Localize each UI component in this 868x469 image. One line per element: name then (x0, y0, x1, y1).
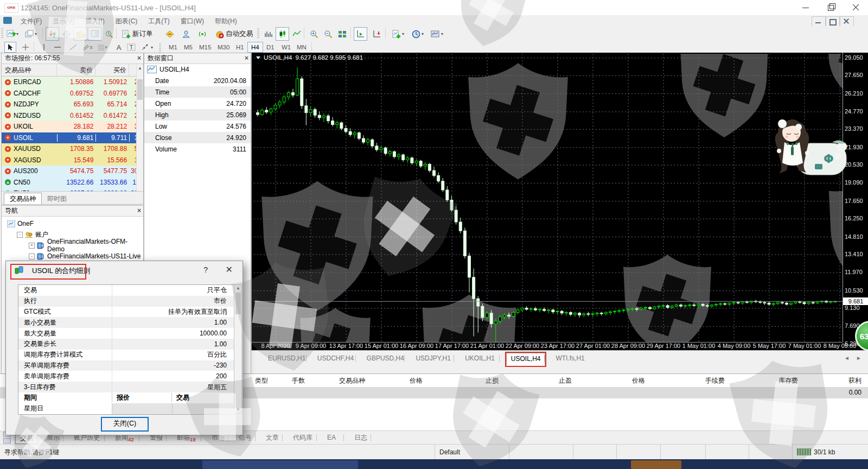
equidistant-channel-tool[interactable]: E (81, 42, 93, 53)
autotrading-label[interactable]: 自动交易 (226, 29, 253, 39)
chart-dropdown-icon[interactable] (256, 56, 260, 59)
candlestick-chart-button[interactable] (276, 27, 289, 41)
chart-tab-EURUSDH1[interactable]: EURUSD,H1 (264, 353, 310, 364)
crosshair-tool[interactable] (20, 42, 31, 53)
data-window-toggle[interactable] (60, 27, 73, 41)
market-watch-row[interactable]: ▼EURCAD1.508861.5091226 (2, 77, 143, 88)
tab-scroll-right-icon[interactable]: ► (856, 355, 861, 361)
collapse-icon[interactable]: - (17, 232, 23, 238)
text-label-tool[interactable]: T (125, 42, 138, 53)
terminal-header-1[interactable]: 手数 (292, 376, 305, 385)
chart-tab-USDJPYH1[interactable]: USDJPY,H1 (411, 353, 455, 364)
terminal-tab-代码库[interactable]: 代码库 (289, 432, 317, 443)
terminal-header-9[interactable]: 获利 (848, 376, 861, 385)
collapse-icon[interactable]: - (29, 253, 35, 259)
dropdown-arrow-icon[interactable]: ▾ (422, 31, 424, 36)
navigator-item[interactable]: +OneFinancialMarkets-OFM-Demo (5, 240, 143, 251)
column-header-2[interactable]: 买价 (95, 64, 129, 76)
auto-scroll-button[interactable] (354, 27, 367, 41)
column-header-1[interactable]: 卖价 (57, 64, 96, 76)
terminal-header-2[interactable]: 交易品种 (339, 376, 365, 385)
dialog-close-button[interactable]: 关闭(C) (101, 417, 149, 432)
terminal-header-7[interactable]: 手续费 (705, 376, 725, 385)
market-watch-scrollbar[interactable]: ▲ ▼ (136, 65, 143, 204)
terminal-header-5[interactable]: 止盈 (559, 376, 572, 385)
market-watch-row[interactable]: ▼NZDUSD0.614520.6147220 (2, 110, 143, 122)
terminal-header-4[interactable]: 止损 (486, 376, 499, 385)
metaeditor-button[interactable] (163, 27, 176, 41)
navigator-toggle[interactable] (74, 27, 87, 41)
period-button-M1[interactable]: M1 (165, 42, 181, 53)
dropdown-arrow-icon[interactable]: ▾ (16, 31, 18, 36)
close-icon[interactable]: × (245, 53, 248, 64)
chart-window[interactable]: USOIL,H4 9.627 9.682 9.595 9.681 29.0502… (251, 53, 868, 350)
strategy-tester-button[interactable] (102, 27, 116, 41)
autotrading-button[interactable] (213, 27, 226, 41)
terminal-toggle[interactable] (88, 27, 101, 41)
dialog-scrollbar[interactable]: ▲ ▼ (234, 284, 242, 414)
minimize-button[interactable] (793, 0, 818, 15)
terminal-header-8[interactable]: 库存费 (778, 376, 798, 385)
close-icon[interactable]: × (137, 53, 141, 64)
templates-button[interactable] (429, 27, 442, 41)
indicators-button[interactable] (390, 27, 403, 41)
period-button-M5[interactable]: M5 (180, 42, 196, 53)
market-watch-toggle[interactable] (46, 27, 59, 41)
period-button-M30[interactable]: M30 (214, 42, 233, 53)
column-header-0[interactable]: 交易品种 (2, 64, 57, 76)
dropdown-arrow-icon[interactable]: ▾ (441, 31, 443, 36)
close-button[interactable] (843, 0, 868, 15)
chart-tab-USDCHFH4[interactable]: USDCHF,H4 (313, 353, 358, 364)
navigator-item[interactable]: -OneFinancialMarkets-US11-Live (5, 251, 143, 262)
fibonacci-tool[interactable]: F (95, 42, 110, 53)
close-icon[interactable]: × (137, 206, 141, 216)
terminal-tab-EA[interactable]: EA (323, 432, 340, 443)
text-tool[interactable]: A (113, 42, 125, 53)
market-watch-row[interactable]: ▼CADCHF0.697520.6977624 (2, 88, 143, 99)
market-watch-row[interactable]: ▼XAGUSD15.54915.56617 (2, 155, 143, 166)
tab-scroll-left-icon[interactable]: ◄ (844, 355, 850, 361)
navigator-item[interactable]: OneF (5, 218, 143, 229)
terminal-header-6[interactable]: 价格 (632, 376, 645, 385)
tile-windows-button[interactable] (335, 27, 349, 41)
os-taskbar[interactable] (0, 459, 868, 469)
cursor-tool[interactable] (4, 42, 16, 53)
market-watch-row[interactable]: ▼AUS2005474.755477.75300 (2, 166, 143, 177)
horizontal-line-tool[interactable] (52, 42, 63, 53)
expand-icon[interactable]: + (29, 243, 35, 249)
periods-dropdown-button[interactable] (409, 27, 423, 41)
chart-tab-GBPUSDH4[interactable]: GBPUSD,H4 (362, 353, 409, 364)
dialog-close-icon[interactable]: ✕ (226, 264, 233, 275)
new-order-label[interactable]: 新订单 (132, 29, 153, 39)
market-watch-row[interactable]: ▼NZDJPY65.69365.71421 (2, 99, 143, 110)
signals-button[interactable] (195, 27, 209, 41)
terminal-header-3[interactable]: 价格 (410, 376, 423, 385)
period-button-W1[interactable]: W1 (278, 42, 295, 53)
market-watch-tab-即时图[interactable]: 即时图 (42, 193, 72, 204)
period-button-H1[interactable]: H1 (232, 42, 248, 53)
mdi-close-button[interactable] (840, 16, 854, 27)
arrows-tool[interactable] (139, 42, 151, 53)
new-order-button[interactable] (119, 27, 133, 41)
mdi-minimize-button[interactable] (812, 16, 826, 27)
market-watch-row[interactable]: ▲CN5013522.6613533.661... (2, 177, 143, 188)
community-button[interactable] (179, 27, 193, 41)
zoom-out-button[interactable] (321, 27, 335, 41)
chart-shift-button[interactable] (370, 27, 384, 41)
zoom-in-button[interactable] (307, 27, 321, 41)
dialog-title-bar[interactable]: USOIL 的合约细则 ? ✕ (6, 261, 242, 280)
terminal-header-0[interactable]: 类型 (255, 376, 268, 385)
bar-chart-button[interactable] (261, 27, 275, 41)
terminal-tab-日志[interactable]: 日志 (350, 432, 372, 443)
dropdown-arrow-icon[interactable]: ▾ (151, 45, 153, 50)
market-watch-row[interactable]: ▼XAUUSD1708.351708.8853 (2, 143, 143, 155)
restore-button[interactable] (818, 0, 843, 15)
market-watch-row[interactable]: ▼UKOIL28.18228.21230 (2, 121, 143, 132)
line-chart-button[interactable] (290, 27, 303, 41)
status-profile[interactable]: Default (435, 445, 509, 460)
chart-tab-UKOILH1[interactable]: UKOIL,H1 (461, 353, 499, 364)
chart-tab-USOILH4[interactable]: USOIL,H4 (506, 353, 546, 366)
terminal-tab-文章[interactable]: 文章 (261, 432, 283, 443)
dropdown-arrow-icon[interactable]: ▾ (402, 31, 404, 36)
dialog-help-button[interactable]: ? (203, 265, 208, 274)
